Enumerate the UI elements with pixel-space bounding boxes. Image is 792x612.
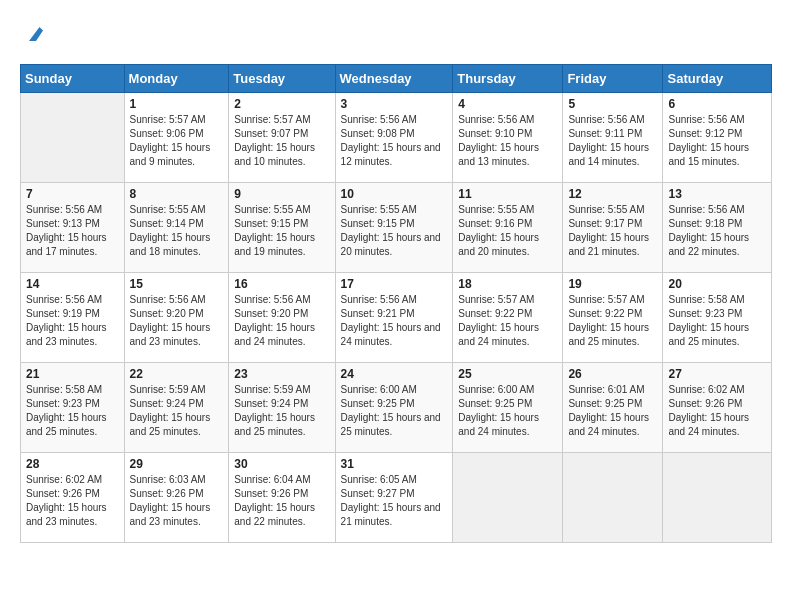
day-number: 17 [341, 277, 448, 291]
weekday-saturday: Saturday [663, 65, 772, 93]
calendar-cell: 15Sunrise: 5:56 AMSunset: 9:20 PMDayligh… [124, 273, 229, 363]
calendar-week-1: 7Sunrise: 5:56 AMSunset: 9:13 PMDaylight… [21, 183, 772, 273]
day-info: Sunrise: 5:55 AMSunset: 9:14 PMDaylight:… [130, 203, 224, 259]
calendar-cell: 28Sunrise: 6:02 AMSunset: 9:26 PMDayligh… [21, 453, 125, 543]
calendar-cell: 25Sunrise: 6:00 AMSunset: 9:25 PMDayligh… [453, 363, 563, 453]
weekday-sunday: Sunday [21, 65, 125, 93]
page-header [20, 20, 772, 48]
logo-icon [22, 20, 50, 48]
calendar-body: 1Sunrise: 5:57 AMSunset: 9:06 PMDaylight… [21, 93, 772, 543]
day-number: 4 [458, 97, 557, 111]
day-number: 21 [26, 367, 119, 381]
day-number: 7 [26, 187, 119, 201]
day-number: 19 [568, 277, 657, 291]
calendar-table: SundayMondayTuesdayWednesdayThursdayFrid… [20, 64, 772, 543]
day-info: Sunrise: 5:55 AMSunset: 9:17 PMDaylight:… [568, 203, 657, 259]
day-number: 5 [568, 97, 657, 111]
day-info: Sunrise: 6:02 AMSunset: 9:26 PMDaylight:… [668, 383, 766, 439]
day-number: 18 [458, 277, 557, 291]
calendar-cell [21, 93, 125, 183]
day-info: Sunrise: 5:56 AMSunset: 9:12 PMDaylight:… [668, 113, 766, 169]
calendar-cell: 26Sunrise: 6:01 AMSunset: 9:25 PMDayligh… [563, 363, 663, 453]
calendar-cell: 4Sunrise: 5:56 AMSunset: 9:10 PMDaylight… [453, 93, 563, 183]
day-number: 14 [26, 277, 119, 291]
calendar-cell: 14Sunrise: 5:56 AMSunset: 9:19 PMDayligh… [21, 273, 125, 363]
day-info: Sunrise: 5:55 AMSunset: 9:15 PMDaylight:… [234, 203, 329, 259]
calendar-cell: 19Sunrise: 5:57 AMSunset: 9:22 PMDayligh… [563, 273, 663, 363]
day-info: Sunrise: 5:55 AMSunset: 9:16 PMDaylight:… [458, 203, 557, 259]
day-info: Sunrise: 5:56 AMSunset: 9:21 PMDaylight:… [341, 293, 448, 349]
calendar-cell: 17Sunrise: 5:56 AMSunset: 9:21 PMDayligh… [335, 273, 453, 363]
calendar-cell: 2Sunrise: 5:57 AMSunset: 9:07 PMDaylight… [229, 93, 335, 183]
day-info: Sunrise: 5:56 AMSunset: 9:13 PMDaylight:… [26, 203, 119, 259]
calendar-cell: 16Sunrise: 5:56 AMSunset: 9:20 PMDayligh… [229, 273, 335, 363]
calendar-cell: 13Sunrise: 5:56 AMSunset: 9:18 PMDayligh… [663, 183, 772, 273]
day-number: 9 [234, 187, 329, 201]
day-info: Sunrise: 6:00 AMSunset: 9:25 PMDaylight:… [341, 383, 448, 439]
calendar-week-2: 14Sunrise: 5:56 AMSunset: 9:19 PMDayligh… [21, 273, 772, 363]
day-info: Sunrise: 5:59 AMSunset: 9:24 PMDaylight:… [130, 383, 224, 439]
day-info: Sunrise: 5:57 AMSunset: 9:22 PMDaylight:… [568, 293, 657, 349]
day-number: 1 [130, 97, 224, 111]
day-info: Sunrise: 6:02 AMSunset: 9:26 PMDaylight:… [26, 473, 119, 529]
calendar-week-3: 21Sunrise: 5:58 AMSunset: 9:23 PMDayligh… [21, 363, 772, 453]
calendar-cell: 11Sunrise: 5:55 AMSunset: 9:16 PMDayligh… [453, 183, 563, 273]
day-info: Sunrise: 6:01 AMSunset: 9:25 PMDaylight:… [568, 383, 657, 439]
day-info: Sunrise: 6:04 AMSunset: 9:26 PMDaylight:… [234, 473, 329, 529]
day-info: Sunrise: 6:05 AMSunset: 9:27 PMDaylight:… [341, 473, 448, 529]
day-number: 29 [130, 457, 224, 471]
day-info: Sunrise: 5:59 AMSunset: 9:24 PMDaylight:… [234, 383, 329, 439]
day-number: 22 [130, 367, 224, 381]
svg-marker-0 [29, 27, 50, 41]
calendar-cell [563, 453, 663, 543]
day-info: Sunrise: 5:56 AMSunset: 9:11 PMDaylight:… [568, 113, 657, 169]
day-info: Sunrise: 6:00 AMSunset: 9:25 PMDaylight:… [458, 383, 557, 439]
day-number: 26 [568, 367, 657, 381]
calendar-cell: 20Sunrise: 5:58 AMSunset: 9:23 PMDayligh… [663, 273, 772, 363]
day-number: 6 [668, 97, 766, 111]
weekday-wednesday: Wednesday [335, 65, 453, 93]
day-number: 11 [458, 187, 557, 201]
calendar-cell: 9Sunrise: 5:55 AMSunset: 9:15 PMDaylight… [229, 183, 335, 273]
day-number: 31 [341, 457, 448, 471]
calendar-cell: 27Sunrise: 6:02 AMSunset: 9:26 PMDayligh… [663, 363, 772, 453]
day-number: 12 [568, 187, 657, 201]
day-info: Sunrise: 5:57 AMSunset: 9:06 PMDaylight:… [130, 113, 224, 169]
weekday-thursday: Thursday [453, 65, 563, 93]
day-info: Sunrise: 5:55 AMSunset: 9:15 PMDaylight:… [341, 203, 448, 259]
weekday-header-row: SundayMondayTuesdayWednesdayThursdayFrid… [21, 65, 772, 93]
day-number: 28 [26, 457, 119, 471]
calendar-cell: 22Sunrise: 5:59 AMSunset: 9:24 PMDayligh… [124, 363, 229, 453]
weekday-friday: Friday [563, 65, 663, 93]
calendar-cell: 10Sunrise: 5:55 AMSunset: 9:15 PMDayligh… [335, 183, 453, 273]
calendar-cell: 18Sunrise: 5:57 AMSunset: 9:22 PMDayligh… [453, 273, 563, 363]
day-number: 13 [668, 187, 766, 201]
day-number: 10 [341, 187, 448, 201]
day-info: Sunrise: 5:57 AMSunset: 9:22 PMDaylight:… [458, 293, 557, 349]
logo [20, 20, 50, 48]
day-info: Sunrise: 5:56 AMSunset: 9:20 PMDaylight:… [234, 293, 329, 349]
day-number: 27 [668, 367, 766, 381]
calendar-cell: 29Sunrise: 6:03 AMSunset: 9:26 PMDayligh… [124, 453, 229, 543]
day-info: Sunrise: 5:56 AMSunset: 9:19 PMDaylight:… [26, 293, 119, 349]
calendar-cell: 8Sunrise: 5:55 AMSunset: 9:14 PMDaylight… [124, 183, 229, 273]
day-number: 8 [130, 187, 224, 201]
day-number: 25 [458, 367, 557, 381]
day-info: Sunrise: 5:57 AMSunset: 9:07 PMDaylight:… [234, 113, 329, 169]
calendar-cell: 23Sunrise: 5:59 AMSunset: 9:24 PMDayligh… [229, 363, 335, 453]
calendar-cell: 21Sunrise: 5:58 AMSunset: 9:23 PMDayligh… [21, 363, 125, 453]
calendar-header: SundayMondayTuesdayWednesdayThursdayFrid… [21, 65, 772, 93]
day-info: Sunrise: 5:56 AMSunset: 9:18 PMDaylight:… [668, 203, 766, 259]
day-number: 16 [234, 277, 329, 291]
calendar-cell: 24Sunrise: 6:00 AMSunset: 9:25 PMDayligh… [335, 363, 453, 453]
calendar-cell: 7Sunrise: 5:56 AMSunset: 9:13 PMDaylight… [21, 183, 125, 273]
day-info: Sunrise: 5:58 AMSunset: 9:23 PMDaylight:… [26, 383, 119, 439]
day-number: 2 [234, 97, 329, 111]
day-info: Sunrise: 5:56 AMSunset: 9:08 PMDaylight:… [341, 113, 448, 169]
calendar-cell: 12Sunrise: 5:55 AMSunset: 9:17 PMDayligh… [563, 183, 663, 273]
weekday-monday: Monday [124, 65, 229, 93]
calendar-week-4: 28Sunrise: 6:02 AMSunset: 9:26 PMDayligh… [21, 453, 772, 543]
day-number: 24 [341, 367, 448, 381]
day-number: 15 [130, 277, 224, 291]
calendar-cell [663, 453, 772, 543]
